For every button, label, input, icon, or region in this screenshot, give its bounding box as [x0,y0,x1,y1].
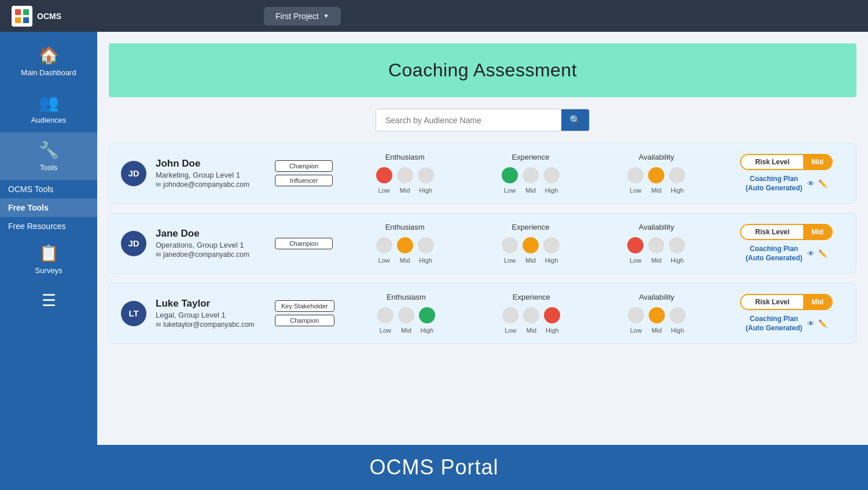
dot-high [670,307,686,323]
availability-labels: Low Mid High [627,187,685,194]
dot-high [669,237,685,253]
edit-icon[interactable]: ✏️ [818,179,827,188]
person-badges: ChampionInfluencer [275,160,333,186]
sidebar-item-surveys[interactable]: 📋 Surveys [0,235,97,283]
risk-level-value: Mid [803,155,832,169]
assessment-cols: Enthusiasm Low Mid High Experience Low M… [342,153,719,194]
search-input-wrap: 🔍 [376,109,590,131]
risk-section: Risk Level Mid Coaching Plan(Auto Genera… [729,294,844,333]
coaching-plan-link[interactable]: Coaching Plan(Auto Generated) [745,245,802,263]
sidebar-item-audiences[interactable]: 👥 Audiences [0,85,97,132]
sidebar-sub-free-tools[interactable]: Free Tools [0,198,97,217]
assessment-cols: Enthusiasm Low Mid High Experience Low M… [344,293,719,334]
email-icon: ✉ [156,251,161,259]
dot-high-active [544,307,560,323]
dot-low-active [376,167,392,183]
coaching-icons: 👁 ✏️ [807,319,827,328]
enthusiasm-labels: Low Mid High [376,187,434,194]
cards-container: JD John Doe Marketing, Group Level 1 ✉ j… [97,143,868,344]
coaching-plan-link[interactable]: Coaching Plan(Auto Generated) [745,175,802,193]
person-card-luke-taylor: LT Luke Taylor Legal, Group Level 1 ✉ lu… [109,283,856,344]
experience-dots [502,307,560,323]
coaching-icons: 👁 ✏️ [807,249,827,258]
dot-mid-active [523,237,539,253]
dot-mid-active [649,307,665,323]
avatar: JD [121,161,146,186]
project-selector[interactable]: First Project ▼ [264,7,341,25]
avatar: LT [121,301,146,326]
dot-high [543,237,560,253]
coaching-plan-link[interactable]: Coaching Plan(Auto Generated) [745,315,802,333]
availability-col: Availability Low Mid High [621,153,691,194]
risk-level-label: Risk Level [741,295,803,309]
dot-mid-active [648,167,664,183]
experience-col: Experience Low Mid High [496,153,565,194]
experience-col: Experience Low Mid High [496,223,565,264]
svg-rect-2 [15,17,21,23]
person-info: Jane Doe Operations, Group Level 1 ✉ jan… [156,228,266,259]
email-icon: ✉ [156,321,161,329]
view-icon[interactable]: 👁 [807,249,815,258]
sidebar-item-menu[interactable]: ☰ [0,283,97,322]
risk-level-btn[interactable]: Risk Level Mid [740,294,833,310]
person-card-jane-doe: JD Jane Doe Operations, Group Level 1 ✉ … [109,213,856,274]
person-email: ✉ luketaylor@companyabc.com [156,320,266,329]
risk-section: Risk Level Mid Coaching Plan(Auto Genera… [729,224,844,263]
email-icon: ✉ [156,181,161,189]
person-dept: Operations, Group Level 1 [156,241,266,249]
audiences-icon: 👥 [39,93,59,112]
risk-level-label: Risk Level [741,225,803,239]
project-label: First Project [275,12,319,21]
dot-mid [648,237,664,253]
search-input[interactable] [376,110,561,130]
person-dept: Legal, Group Level 1 [156,311,266,319]
risk-level-btn[interactable]: Risk Level Mid [740,224,833,240]
availability-col: Availability Low Mid High [621,223,691,264]
edit-icon[interactable]: ✏️ [818,249,827,258]
svg-rect-0 [15,9,21,15]
sidebar-sub-ocms-tools[interactable]: OCMS Tools [0,180,97,198]
availability-label: Availability [639,153,674,161]
menu-icon: ☰ [42,291,56,310]
footer: OCMS Portal [0,445,868,490]
badge: Key Stakeholder [275,300,334,312]
svg-rect-3 [23,17,29,23]
experience-label: Experience [512,223,549,231]
dot-mid [397,167,413,183]
search-button[interactable]: 🔍 [561,109,589,131]
dot-high-active [419,307,435,323]
enthusiasm-labels: Low Mid High [376,257,434,264]
dot-low [627,167,643,183]
dot-low [628,307,644,323]
risk-level-btn[interactable]: Risk Level Mid [740,154,833,170]
sidebar-sub-free-resources[interactable]: Free Resources [0,217,97,235]
dot-low [376,237,392,253]
dot-low [502,237,518,253]
person-name: Luke Taylor [156,298,266,310]
experience-labels: Low Mid High [502,327,560,334]
badge: Champion [275,238,333,249]
coaching-row: Coaching Plan(Auto Generated) 👁 ✏️ [745,175,827,193]
risk-level-value: Mid [803,225,832,239]
page-header: Coaching Assessment [109,43,856,97]
view-icon[interactable]: 👁 [807,319,815,328]
dot-high [669,167,685,183]
dot-mid-active [397,237,413,253]
tools-icon: 🔧 [39,141,59,160]
risk-level-value: Mid [803,295,832,309]
edit-icon[interactable]: ✏️ [818,319,827,328]
enthusiasm-col: Enthusiasm Low Mid High [370,153,440,194]
sidebar-item-tools[interactable]: 🔧 Tools [0,132,97,180]
logo-text: OCMS [37,12,61,21]
search-area: 🔍 [109,109,856,131]
availability-label: Availability [639,293,674,301]
page-title: Coaching Assessment [125,60,840,81]
svg-rect-1 [23,9,29,15]
badge: Influencer [275,175,333,186]
view-icon[interactable]: 👁 [807,179,815,188]
sidebar-item-main-dashboard[interactable]: 🏠 Main Dashboard [0,38,97,85]
dot-mid [523,167,539,183]
experience-labels: Low Mid High [502,187,560,194]
dot-low [502,307,518,323]
dot-high [418,167,434,183]
